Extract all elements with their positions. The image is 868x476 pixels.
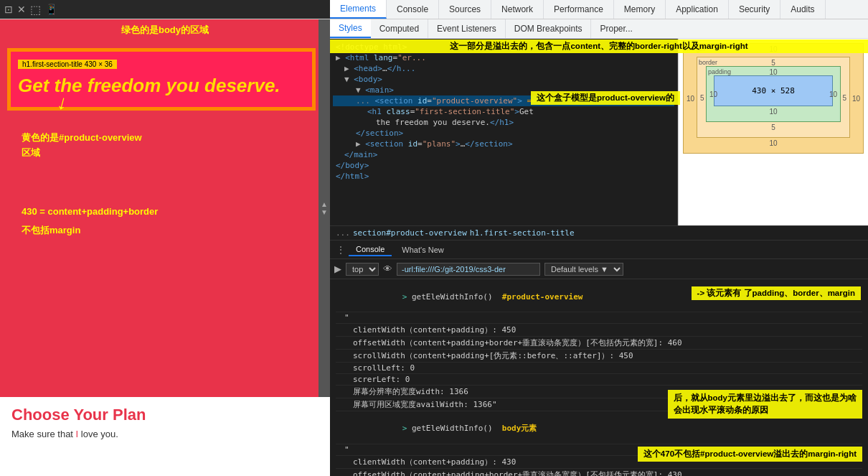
html-line: <!doctype html> (333, 42, 674, 52)
console-line: offsetWidth（content+padding+border+垂直滚动条… (336, 337, 862, 350)
html-line: </html> (333, 171, 674, 182)
console-line: 屏幕可用区域宽度availWidth: 1366" (336, 398, 862, 411)
subtab-dom-breakpoints[interactable]: DOM Breakpoints (506, 19, 592, 38)
html-line: </body> (333, 160, 674, 171)
console-eye-icon[interactable]: 👁 (383, 263, 392, 274)
html-line: </section> (333, 128, 674, 139)
console-line: scrollLeft: 0 (336, 363, 862, 374)
console-line: screrLeft: 0 (336, 374, 862, 386)
console-url-input[interactable] (397, 263, 540, 276)
console-line: offsetWidth（content+padding+border+垂直滚动条… (336, 469, 862, 476)
console-tabs-bar: ⋮ Console What's New (330, 241, 868, 259)
tab-application-label: Application (676, 4, 718, 14)
html-line: ▼ <main> (333, 85, 674, 95)
devtools-inspect-icon[interactable]: ⬚ (30, 3, 41, 17)
breadcrumb-item-2[interactable]: h1.first-section-title (470, 228, 575, 238)
webpage-preview: 绿色的是body的区域 h1.first-section-title 430 ×… (0, 19, 330, 476)
console-section: ⋮ Console What's New ▶ top 👁 (330, 241, 868, 476)
html-line: </main> (333, 149, 674, 160)
tab-application[interactable]: Application (666, 0, 729, 19)
green-body-label: 绿色的是body的区域 (121, 24, 209, 37)
border-bottom-val: 5 (706, 123, 841, 131)
tab-security-label: Security (739, 4, 770, 14)
tab-network-label: Network (501, 4, 533, 14)
breadcrumb-item-1[interactable]: section#product-overview (353, 228, 467, 238)
console-tab-console[interactable]: Console (349, 243, 392, 256)
subtab-properties[interactable]: Proper... (591, 19, 641, 38)
tab-elements[interactable]: Elements (330, 0, 387, 19)
console-context-select[interactable]: top (346, 263, 379, 276)
margin-top-val: 10 (769, 45, 777, 53)
html-line: the freedom you deserve.</h1> (333, 117, 674, 128)
console-dots: ⋮ (336, 244, 346, 256)
tab-sources-label: Sources (449, 4, 481, 14)
margin-bottom-val: 10 (697, 139, 850, 147)
devtools-close-icon[interactable]: ✕ (17, 4, 26, 15)
breadcrumb-bar: ... section#product-overview h1.first-se… (330, 225, 868, 241)
html-line: <h1 class="first-section-title">Get (333, 106, 674, 117)
choose-plan: Choose Your Plan (11, 406, 319, 424)
tab-audits[interactable]: Audits (780, 0, 825, 19)
padding-val: 10 (769, 68, 777, 76)
formula-annotation: 430 = content+padding+border 不包括margin (22, 202, 158, 240)
bottom-section: Choose Your Plan Make sure that I love y… (0, 397, 330, 476)
console-line: clientWidth（content+padding）: 430 (336, 456, 862, 469)
html-line: ▼ <body> (333, 74, 674, 85)
devtools-panel: 这一部分是溢出去的，包含一点content、完整的border-right以及m… (330, 19, 868, 476)
styles-subtabs: Styles Computed Event Listeners DOM Brea… (330, 19, 868, 39)
console-line: > getEleWidthInfo() #product-overview (336, 282, 862, 312)
console-tab-whats-new[interactable]: What's New (395, 244, 450, 256)
tab-memory[interactable]: Memory (614, 0, 666, 19)
tab-audits-label: Audits (791, 4, 814, 14)
margin-right-val: 10 (852, 95, 860, 103)
console-line: " (336, 444, 862, 456)
tab-performance[interactable]: Performance (544, 0, 614, 19)
html-line-selected[interactable]: ... <section id="product-overview"> == $… (333, 95, 674, 106)
html-line: ▶ <head>…</h... (333, 63, 674, 74)
padding-bottom-val: 10 (714, 108, 833, 116)
devtools-device-icon[interactable]: 📱 (45, 4, 57, 15)
tab-sources[interactable]: Sources (439, 0, 491, 19)
make-sure: Make sure that I love you. (11, 429, 319, 439)
console-output[interactable]: > getEleWidthInfo() #product-overview " … (330, 279, 868, 476)
console-line: " (336, 312, 862, 324)
h1-label: h1.first-section-title 430 × 36 (18, 60, 117, 69)
breadcrumb-dots: ... (336, 228, 350, 238)
tab-console-label: Console (397, 4, 428, 14)
subtab-styles[interactable]: Styles (330, 19, 371, 38)
tab-network[interactable]: Network (491, 0, 544, 19)
console-line: > getEleWidthInfo() body元素 (336, 413, 862, 444)
tab-elements-label: Elements (340, 4, 376, 14)
tab-memory-label: Memory (624, 4, 655, 14)
devtools-dock-icon[interactable]: ⊡ (4, 4, 13, 15)
console-run-icon[interactable]: ▶ (334, 263, 341, 274)
console-line: scrollWidth（content+padding+[伪元素::before… (336, 350, 862, 363)
tab-console[interactable]: Console (387, 0, 439, 19)
tab-security[interactable]: Security (729, 0, 780, 19)
subtab-event-listeners[interactable]: Event Listeners (428, 19, 506, 38)
scroll-indicator: ▲▼ (319, 19, 330, 397)
margin-left-val: 10 (687, 95, 694, 103)
console-line: 屏幕分辨率的宽度width: 1366 (336, 386, 862, 398)
html-line: ▶ <html lang="er... (333, 52, 674, 63)
console-toolbar: ▶ top 👁 Default levels ▼ (330, 259, 868, 279)
box-model-panel: margin 10 border 5 padding 10 (678, 39, 868, 225)
product-overview-area: h1.first-section-title 430 × 36 Get the … (7, 48, 316, 111)
console-line: clientWidth（content+padding）: 450 (336, 324, 862, 337)
tab-performance-label: Performance (554, 4, 603, 14)
subtab-computed[interactable]: Computed (371, 19, 428, 38)
html-tree[interactable]: <!doctype html> ▶ <html lang="er... ▶ <h… (330, 39, 678, 225)
yellow-area-annotation: 黄色的是#product-overview 区域 (22, 131, 142, 161)
html-line: ▶ <section id="plans">…</section> (333, 139, 674, 149)
console-level-select[interactable]: Default levels ▼ (544, 263, 623, 276)
